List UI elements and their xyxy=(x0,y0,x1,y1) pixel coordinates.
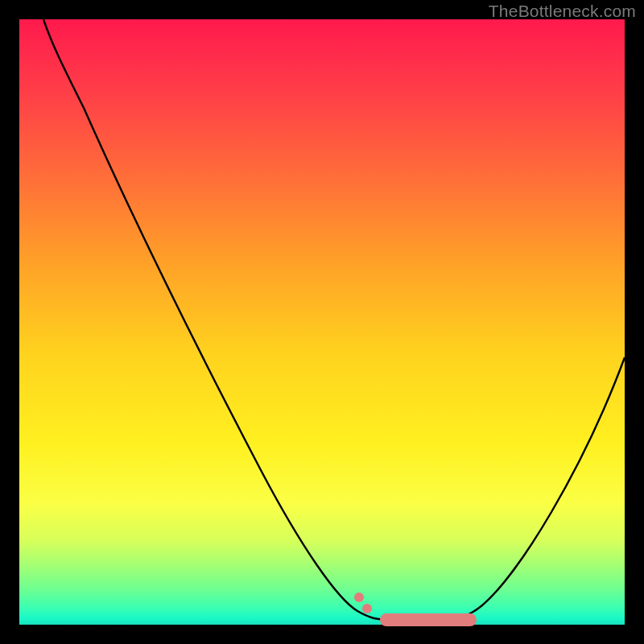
flat-span-marker xyxy=(380,613,477,626)
left-dot-marker-1 xyxy=(354,592,364,602)
left-dot-marker-2 xyxy=(362,604,372,613)
bottleneck-curve xyxy=(43,19,625,620)
watermark-text: TheBottleneck.com xyxy=(489,2,636,21)
curve-svg xyxy=(19,19,625,625)
chart-frame: TheBottleneck.com xyxy=(0,0,644,644)
plot-area xyxy=(19,19,625,625)
